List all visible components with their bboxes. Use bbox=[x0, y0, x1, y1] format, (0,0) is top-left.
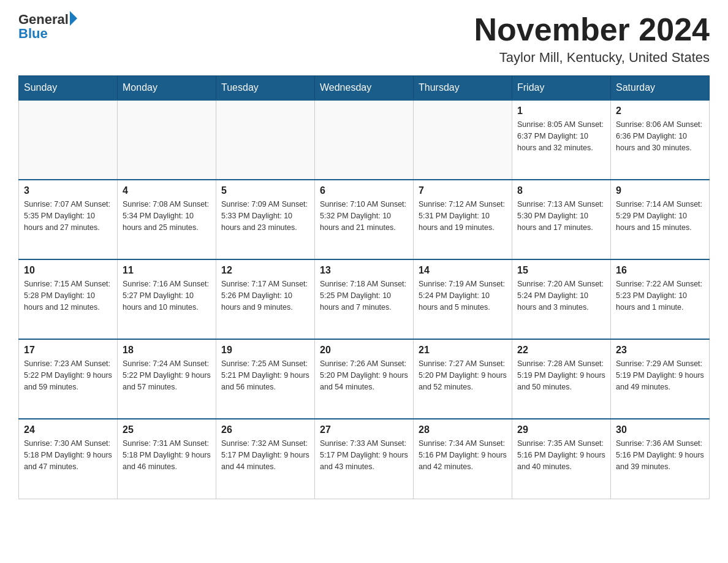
day-number: 23 bbox=[616, 345, 704, 356]
day-info: Sunrise: 7:12 AM Sunset: 5:31 PM Dayligh… bbox=[419, 199, 507, 233]
day-info: Sunrise: 7:34 AM Sunset: 5:16 PM Dayligh… bbox=[419, 438, 507, 472]
day-info: Sunrise: 7:27 AM Sunset: 5:20 PM Dayligh… bbox=[419, 358, 507, 393]
header-saturday: Saturday bbox=[611, 76, 710, 101]
day-info: Sunrise: 7:20 AM Sunset: 5:24 PM Dayligh… bbox=[517, 278, 605, 313]
calendar-cell: 10Sunrise: 7:15 AM Sunset: 5:28 PM Dayli… bbox=[19, 259, 118, 339]
calendar-subtitle: Taylor Mill, Kentucky, United States bbox=[474, 50, 710, 66]
day-info: Sunrise: 7:22 AM Sunset: 5:23 PM Dayligh… bbox=[616, 278, 704, 313]
day-info: Sunrise: 7:24 AM Sunset: 5:22 PM Dayligh… bbox=[123, 358, 211, 393]
header-wednesday: Wednesday bbox=[315, 76, 414, 101]
day-number: 10 bbox=[24, 265, 112, 276]
day-info: Sunrise: 7:31 AM Sunset: 5:18 PM Dayligh… bbox=[123, 438, 211, 472]
day-number: 30 bbox=[616, 424, 704, 435]
day-number: 18 bbox=[123, 345, 211, 356]
day-info: Sunrise: 7:32 AM Sunset: 5:17 PM Dayligh… bbox=[221, 438, 309, 472]
day-info: Sunrise: 7:17 AM Sunset: 5:26 PM Dayligh… bbox=[221, 278, 309, 313]
day-info: Sunrise: 7:18 AM Sunset: 5:25 PM Dayligh… bbox=[320, 278, 408, 313]
day-info: Sunrise: 7:09 AM Sunset: 5:33 PM Dayligh… bbox=[221, 199, 309, 233]
day-number: 20 bbox=[320, 345, 408, 356]
calendar-cell bbox=[414, 100, 512, 180]
logo-arrow-icon bbox=[70, 11, 77, 26]
calendar-cell: 16Sunrise: 7:22 AM Sunset: 5:23 PM Dayli… bbox=[611, 259, 710, 339]
calendar-cell: 14Sunrise: 7:19 AM Sunset: 5:24 PM Dayli… bbox=[414, 259, 512, 339]
calendar-cell: 3Sunrise: 7:07 AM Sunset: 5:35 PM Daylig… bbox=[19, 180, 118, 259]
header-thursday: Thursday bbox=[414, 76, 512, 101]
day-info: Sunrise: 7:19 AM Sunset: 5:24 PM Dayligh… bbox=[419, 278, 507, 313]
day-info: Sunrise: 7:26 AM Sunset: 5:20 PM Dayligh… bbox=[320, 358, 408, 393]
day-info: Sunrise: 7:25 AM Sunset: 5:21 PM Dayligh… bbox=[221, 358, 309, 393]
day-number: 26 bbox=[221, 424, 309, 435]
calendar-cell: 12Sunrise: 7:17 AM Sunset: 5:26 PM Dayli… bbox=[216, 259, 315, 339]
day-number: 1 bbox=[517, 105, 605, 117]
calendar-cell: 1Sunrise: 8:05 AM Sunset: 6:37 PM Daylig… bbox=[512, 100, 611, 180]
calendar-cell bbox=[216, 100, 315, 180]
day-number: 19 bbox=[221, 345, 309, 356]
day-number: 27 bbox=[320, 424, 408, 435]
calendar-week-2: 3Sunrise: 7:07 AM Sunset: 5:35 PM Daylig… bbox=[19, 180, 710, 259]
day-info: Sunrise: 7:23 AM Sunset: 5:22 PM Dayligh… bbox=[24, 358, 112, 393]
header-tuesday: Tuesday bbox=[216, 76, 315, 101]
calendar-body: 1Sunrise: 8:05 AM Sunset: 6:37 PM Daylig… bbox=[19, 100, 710, 499]
calendar-cell: 7Sunrise: 7:12 AM Sunset: 5:31 PM Daylig… bbox=[414, 180, 512, 259]
day-number: 11 bbox=[123, 265, 211, 276]
calendar-cell: 20Sunrise: 7:26 AM Sunset: 5:20 PM Dayli… bbox=[315, 339, 414, 419]
day-number: 8 bbox=[517, 185, 605, 196]
day-info: Sunrise: 7:36 AM Sunset: 5:16 PM Dayligh… bbox=[616, 438, 704, 472]
calendar-cell: 9Sunrise: 7:14 AM Sunset: 5:29 PM Daylig… bbox=[611, 180, 710, 259]
day-info: Sunrise: 7:33 AM Sunset: 5:17 PM Dayligh… bbox=[320, 438, 408, 472]
header-monday: Monday bbox=[118, 76, 216, 101]
calendar-cell: 18Sunrise: 7:24 AM Sunset: 5:22 PM Dayli… bbox=[118, 339, 216, 419]
calendar-week-5: 24Sunrise: 7:30 AM Sunset: 5:18 PM Dayli… bbox=[19, 419, 710, 499]
day-number: 9 bbox=[616, 185, 704, 196]
calendar-cell: 4Sunrise: 7:08 AM Sunset: 5:34 PM Daylig… bbox=[118, 180, 216, 259]
calendar-cell: 11Sunrise: 7:16 AM Sunset: 5:27 PM Dayli… bbox=[118, 259, 216, 339]
day-info: Sunrise: 7:14 AM Sunset: 5:29 PM Dayligh… bbox=[616, 199, 704, 233]
calendar-cell bbox=[315, 100, 414, 180]
day-number: 2 bbox=[616, 105, 704, 117]
calendar-cell: 26Sunrise: 7:32 AM Sunset: 5:17 PM Dayli… bbox=[216, 419, 315, 499]
day-info: Sunrise: 7:30 AM Sunset: 5:18 PM Dayligh… bbox=[24, 438, 112, 472]
page-header: General Blue November 2024 Taylor Mill, … bbox=[18, 12, 710, 66]
calendar-week-4: 17Sunrise: 7:23 AM Sunset: 5:22 PM Dayli… bbox=[19, 339, 710, 419]
logo-general-text: General bbox=[18, 13, 69, 26]
day-info: Sunrise: 7:28 AM Sunset: 5:19 PM Dayligh… bbox=[517, 358, 605, 393]
day-info: Sunrise: 7:15 AM Sunset: 5:28 PM Dayligh… bbox=[24, 278, 112, 313]
calendar-cell: 23Sunrise: 7:29 AM Sunset: 5:19 PM Dayli… bbox=[611, 339, 710, 419]
day-number: 21 bbox=[419, 345, 507, 356]
day-number: 14 bbox=[419, 265, 507, 276]
calendar-cell: 24Sunrise: 7:30 AM Sunset: 5:18 PM Dayli… bbox=[19, 419, 118, 499]
day-info: Sunrise: 7:08 AM Sunset: 5:34 PM Dayligh… bbox=[123, 199, 211, 233]
calendar-cell: 27Sunrise: 7:33 AM Sunset: 5:17 PM Dayli… bbox=[315, 419, 414, 499]
calendar-cell: 28Sunrise: 7:34 AM Sunset: 5:16 PM Dayli… bbox=[414, 419, 512, 499]
day-info: Sunrise: 7:29 AM Sunset: 5:19 PM Dayligh… bbox=[616, 358, 704, 393]
calendar-cell: 30Sunrise: 7:36 AM Sunset: 5:16 PM Dayli… bbox=[611, 419, 710, 499]
day-number: 17 bbox=[24, 345, 112, 356]
day-info: Sunrise: 7:07 AM Sunset: 5:35 PM Dayligh… bbox=[24, 199, 112, 233]
calendar-cell bbox=[118, 100, 216, 180]
calendar-cell: 13Sunrise: 7:18 AM Sunset: 5:25 PM Dayli… bbox=[315, 259, 414, 339]
day-info: Sunrise: 7:10 AM Sunset: 5:32 PM Dayligh… bbox=[320, 199, 408, 233]
header-row: Sunday Monday Tuesday Wednesday Thursday… bbox=[19, 76, 710, 101]
day-info: Sunrise: 7:13 AM Sunset: 5:30 PM Dayligh… bbox=[517, 199, 605, 233]
header-friday: Friday bbox=[512, 76, 611, 101]
day-number: 5 bbox=[221, 185, 309, 196]
calendar-header: Sunday Monday Tuesday Wednesday Thursday… bbox=[19, 76, 710, 101]
calendar-cell: 6Sunrise: 7:10 AM Sunset: 5:32 PM Daylig… bbox=[315, 180, 414, 259]
calendar-cell: 29Sunrise: 7:35 AM Sunset: 5:16 PM Dayli… bbox=[512, 419, 611, 499]
day-number: 13 bbox=[320, 265, 408, 276]
day-number: 24 bbox=[24, 424, 112, 435]
day-number: 28 bbox=[419, 424, 507, 435]
day-number: 16 bbox=[616, 265, 704, 276]
day-info: Sunrise: 7:16 AM Sunset: 5:27 PM Dayligh… bbox=[123, 278, 211, 313]
calendar-cell: 21Sunrise: 7:27 AM Sunset: 5:20 PM Dayli… bbox=[414, 339, 512, 419]
calendar-table: Sunday Monday Tuesday Wednesday Thursday… bbox=[18, 75, 710, 499]
day-number: 15 bbox=[517, 265, 605, 276]
day-number: 7 bbox=[419, 185, 507, 196]
header-sunday: Sunday bbox=[19, 76, 118, 101]
day-info: Sunrise: 7:35 AM Sunset: 5:16 PM Dayligh… bbox=[517, 438, 605, 472]
day-info: Sunrise: 8:05 AM Sunset: 6:37 PM Dayligh… bbox=[517, 119, 605, 153]
calendar-cell: 2Sunrise: 8:06 AM Sunset: 6:36 PM Daylig… bbox=[611, 100, 710, 180]
calendar-cell: 19Sunrise: 7:25 AM Sunset: 5:21 PM Dayli… bbox=[216, 339, 315, 419]
title-block: November 2024 Taylor Mill, Kentucky, Uni… bbox=[474, 12, 710, 66]
day-number: 12 bbox=[221, 265, 309, 276]
